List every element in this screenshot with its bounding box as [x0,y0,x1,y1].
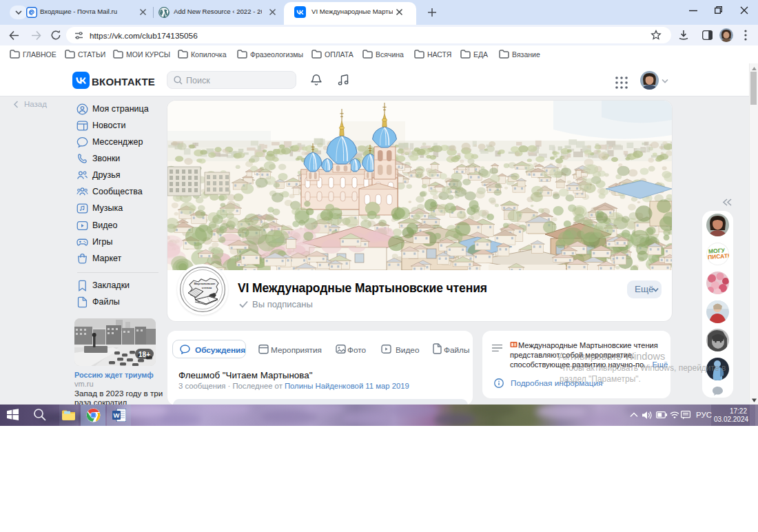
svg-text:чтения: чтения [202,286,212,289]
svg-text:Мартыновские: Мартыновские [194,282,216,285]
svg-text:18+: 18+ [139,351,150,358]
svg-text:W: W [114,411,120,419]
